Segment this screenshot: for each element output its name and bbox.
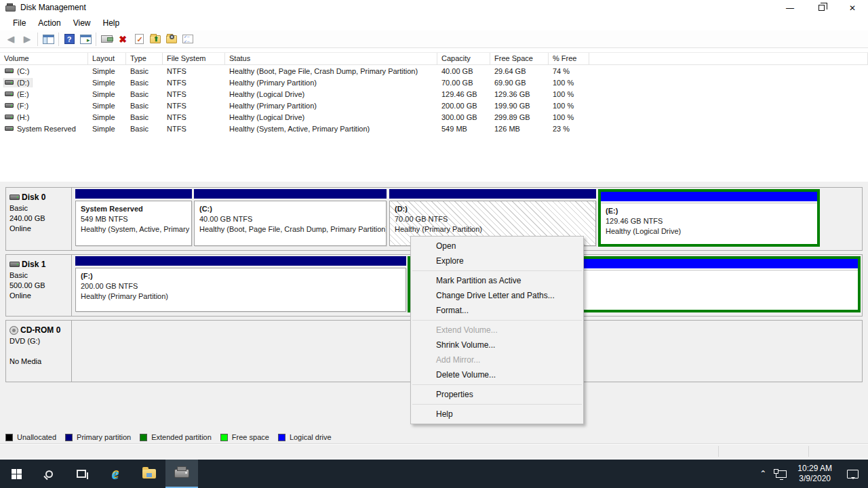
volume-icon: [5, 80, 14, 85]
close-button[interactable]: ✕: [837, 0, 868, 16]
col-status[interactable]: Status: [225, 53, 437, 64]
logical-drive-swatch: [278, 434, 285, 441]
menu-item-add-mirror: Add Mirror...: [411, 352, 583, 367]
network-icon[interactable]: [776, 470, 787, 478]
restore-icon: [818, 5, 825, 11]
col-type[interactable]: Type: [126, 53, 163, 64]
volume-icon: [5, 68, 14, 73]
cdrom-icon: [9, 326, 18, 335]
menu-separator: [412, 404, 582, 405]
task-view-icon: [77, 470, 86, 478]
col-free-space[interactable]: Free Space: [490, 53, 549, 64]
volume-list: Volume Layout Type File System Status Ca…: [0, 49, 868, 182]
tray-time: 10:29 AM: [797, 464, 832, 474]
legend-free-space: Free space: [220, 433, 269, 441]
list-view-icon[interactable]: [180, 32, 196, 47]
disk-1-header[interactable]: Disk 1 Basic 500.00 GB Online: [6, 255, 72, 316]
system-tray: ⌃ 10:29 AM 3/9/2020: [760, 460, 868, 488]
menu-item-delete-volume[interactable]: Delete Volume...: [411, 367, 583, 382]
menu-item-change-drive-letter[interactable]: Change Drive Letter and Paths...: [411, 288, 583, 303]
col-volume[interactable]: Volume: [0, 53, 88, 64]
menu-item-explore[interactable]: Explore: [411, 253, 583, 268]
partition-c[interactable]: (C:) 40.00 GB NTFS Healthy (Boot, Page F…: [194, 189, 387, 246]
partition-system-reserved[interactable]: System Reserved 549 MB NTFS Healthy (Sys…: [75, 189, 192, 246]
menu-item-help[interactable]: Help: [411, 407, 583, 422]
search-button[interactable]: [33, 460, 65, 488]
menu-file[interactable]: File: [7, 16, 32, 30]
col-file-system[interactable]: File System: [163, 53, 225, 64]
col-layout[interactable]: Layout: [88, 53, 126, 64]
help-icon[interactable]: ?: [61, 32, 77, 47]
check-properties-icon[interactable]: [131, 32, 147, 47]
tray-expand-icon[interactable]: ⌃: [760, 469, 766, 479]
table-row-system-reserved[interactable]: System Reserved Simple Basic NTFS Health…: [0, 123, 868, 134]
toolbar-separator: [96, 33, 96, 46]
primary-partition-bar: [75, 256, 406, 266]
disk-management-taskbar-button[interactable]: [165, 460, 198, 488]
menu-item-format[interactable]: Format...: [411, 303, 583, 318]
folder-up-icon[interactable]: ⬆: [147, 32, 163, 47]
action-center-icon[interactable]: [847, 470, 859, 479]
minimize-button[interactable]: —: [774, 0, 806, 16]
menu-separator: [412, 270, 582, 271]
menu-separator: [412, 384, 582, 385]
menu-item-properties[interactable]: Properties: [411, 387, 583, 402]
tray-clock[interactable]: 10:29 AM 3/9/2020: [797, 464, 832, 484]
file-explorer-icon: [142, 469, 156, 479]
delete-volume-icon[interactable]: ✖: [115, 32, 131, 47]
primary-partition-bar: [75, 189, 192, 199]
window-title: Disk Management: [20, 3, 86, 12]
menu-separator: [412, 320, 582, 321]
file-explorer-button[interactable]: [133, 460, 165, 488]
volume-icon: [5, 115, 14, 119]
internet-explorer-button[interactable]: e: [99, 460, 132, 488]
legend-unallocated: Unallocated: [5, 433, 56, 441]
legend-logical-drive: Logical drive: [278, 433, 332, 441]
disk-management-screen: Disk Management — ✕ File Action View Hel…: [0, 0, 868, 488]
partition-f[interactable]: (F:) 200.00 GB NTFS Healthy (Primary Par…: [75, 256, 406, 312]
title-bar: Disk Management — ✕: [0, 0, 868, 16]
app-icon: [5, 3, 16, 12]
extended-partition-e[interactable]: (E:) 129.46 GB NTFS Healthy (Logical Dri…: [598, 189, 820, 247]
legend-bar: Unallocated Primary partition Extended p…: [0, 431, 868, 443]
menu-help[interactable]: Help: [97, 16, 126, 30]
toolbar: ◀ ▶ ? ✖ ⬆: [0, 30, 868, 48]
table-row-h[interactable]: (H:) Simple Basic NTFS Healthy (Logical …: [0, 111, 868, 123]
restore-button[interactable]: [806, 0, 837, 16]
start-button[interactable]: [0, 460, 33, 488]
menu-item-mark-partition-active[interactable]: Mark Partition as Active: [411, 273, 583, 288]
extended-partition-swatch: [140, 434, 147, 441]
context-menu: Open Explore Mark Partition as Active Ch…: [410, 236, 584, 424]
show-console-tree-icon[interactable]: [40, 32, 56, 47]
disk-0-header[interactable]: Disk 0 Basic 240.00 GB Online: [6, 188, 72, 250]
folder-find-icon[interactable]: [163, 32, 180, 47]
menu-item-extend-volume: Extend Volume...: [411, 323, 583, 338]
tray-date: 3/9/2020: [797, 474, 832, 484]
back-icon[interactable]: ◀: [3, 32, 19, 47]
cdrom-0-header[interactable]: CD-ROM 0 DVD (G:) No Media: [6, 321, 72, 382]
free-space-swatch: [220, 434, 228, 441]
col-capacity[interactable]: Capacity: [437, 53, 490, 64]
toolbar-separator: [37, 33, 38, 46]
show-action-pane-icon[interactable]: [77, 32, 94, 47]
menu-action[interactable]: Action: [32, 16, 66, 30]
status-bar-divider: [808, 446, 809, 457]
forward-icon[interactable]: ▶: [19, 32, 35, 47]
table-row-c[interactable]: (C:) Simple Basic NTFS Healthy (Boot, Pa…: [0, 65, 868, 77]
task-view-button[interactable]: [65, 460, 98, 488]
col-pct-free[interactable]: % Free: [549, 53, 589, 64]
col-filler: [589, 53, 868, 64]
status-bar: [0, 443, 868, 459]
table-row-d[interactable]: (D:) Simple Basic NTFS Healthy (Primary …: [0, 77, 868, 88]
menu-item-open[interactable]: Open: [411, 239, 583, 253]
internet-explorer-icon: e: [112, 467, 119, 481]
toolbar-separator: [58, 33, 59, 46]
menu-view[interactable]: View: [67, 16, 97, 30]
table-row-e[interactable]: (E:) Simple Basic NTFS Healthy (Logical …: [0, 88, 868, 100]
popup-window-icon[interactable]: [98, 32, 115, 47]
table-row-f[interactable]: (F:) Simple Basic NTFS Healthy (Primary …: [0, 100, 868, 111]
logical-drive-bar: [601, 192, 817, 201]
primary-partition-swatch: [65, 434, 73, 441]
menu-item-shrink-volume[interactable]: Shrink Volume...: [411, 338, 583, 352]
taskbar: e ⌃ 10:29 AM 3/9/2020: [0, 460, 868, 488]
